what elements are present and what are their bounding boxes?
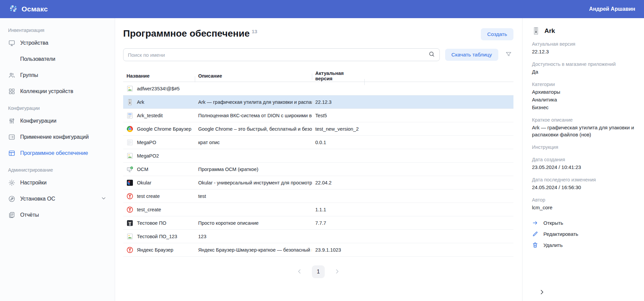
table-row[interactable]: Google Chrome Браузер Google Chrome – эт… (123, 122, 513, 136)
action-label: Удалить (543, 242, 563, 248)
sidebar-item-label: Конфигурации (20, 118, 57, 124)
table-row[interactable]: Ark Ark — графическая утилита для упаков… (123, 95, 513, 109)
details-header: Ark (532, 27, 635, 35)
collapse-panel-button[interactable] (537, 288, 546, 298)
sidebar-item-label: Применение конфигураций (20, 134, 89, 140)
apply-config-icon (8, 133, 15, 141)
sliders-icon (8, 117, 15, 125)
trash-icon (532, 242, 538, 248)
pagination: 1 (123, 265, 513, 278)
sidebar-item-label: Отчёты (20, 212, 39, 218)
software-description: 123 (195, 234, 312, 239)
field-value: lcm_core (532, 204, 635, 211)
table-row[interactable]: OCM Программа ОСМ (краткое) (123, 163, 513, 176)
table-row[interactable]: Okular Okular - универсальный инструмент… (123, 176, 513, 189)
details-field: Автор lcm_core (532, 197, 635, 211)
sidebar-item[interactable]: Группы (0, 67, 115, 83)
details-action[interactable]: Редактировать (532, 231, 635, 237)
page-number[interactable]: 1 (312, 265, 325, 278)
field-value: Аналитика (532, 96, 635, 103)
software-name: test create (137, 194, 160, 199)
field-value: Архиваторы (532, 88, 635, 95)
ark-zip-icon (532, 27, 540, 35)
field-value: Бизнес (532, 104, 635, 111)
arrow-right-icon (532, 220, 538, 226)
details-action[interactable]: Открыть (532, 220, 635, 226)
doc-lines-icon (127, 112, 133, 119)
user-menu[interactable]: Андрей Аршавин (579, 5, 635, 13)
user-name: Андрей Аршавин (589, 6, 635, 12)
sidebar-item[interactable]: Устройства (0, 35, 115, 51)
funnel-icon (505, 51, 512, 59)
search-input[interactable] (128, 52, 428, 58)
filter-button[interactable] (504, 49, 513, 60)
table-row[interactable]: MegaPO2 (123, 149, 513, 163)
action-label: Открыть (543, 220, 563, 226)
grid-icon (8, 88, 15, 95)
software-name: Ark (137, 99, 144, 105)
sidebar-item-label: Установка ОС (20, 196, 55, 202)
software-description: Google Chrome – это быстрый, бесплатный … (195, 126, 312, 132)
table-row[interactable]: test create test (123, 189, 513, 203)
sidebar-section-title: Администрирование (0, 161, 115, 175)
sidebar-item[interactable]: Установка ОС (0, 191, 115, 207)
file-image-icon (127, 85, 133, 92)
topbar: Осмакс Андрей Аршавин (0, 0, 644, 18)
software-description: крат опис (195, 140, 312, 145)
brand: Осмакс (9, 4, 48, 14)
table-row[interactable]: adfwer23534!@$#5 (123, 82, 513, 95)
next-page-button[interactable] (333, 267, 342, 277)
items-count-badge: 13 (252, 29, 257, 34)
download-table-button[interactable]: Скачать таблицу (445, 49, 499, 61)
details-actions: Открыть Редактировать Удалить (532, 220, 635, 248)
sidebar-item[interactable]: Пользователи (0, 51, 115, 67)
sidebar-item-label: Устройства (20, 40, 48, 46)
table-row[interactable]: MegaPO крат опис 0.0.1 (123, 136, 513, 149)
monitor-check-icon (127, 166, 133, 173)
software-description: test (195, 194, 312, 199)
page-title: Программное обеспечение13 (123, 28, 257, 39)
software-description: Полноценная ВКС-система от DION с широки… (195, 113, 312, 118)
ark-zip-icon (127, 99, 133, 105)
software-version: Test5 (312, 113, 364, 118)
chevron-down-icon (101, 195, 107, 203)
sidebar-item[interactable]: Отчёты (0, 207, 115, 223)
sidebar-item[interactable]: Настройки (0, 175, 115, 191)
details-action[interactable]: Удалить (532, 242, 635, 248)
software-description: Просто короткое описание (195, 220, 312, 226)
software-name: Google Chrome Браузер (137, 126, 191, 132)
create-button[interactable]: Создать (481, 28, 513, 40)
pencil-icon (532, 231, 538, 237)
table-row[interactable]: test_create 1.1.1 (123, 203, 513, 216)
software-name: Тестовое ПО (137, 220, 166, 226)
prev-page-button[interactable] (295, 267, 304, 277)
table-row[interactable]: Тестовой ПО_123 123 (123, 230, 513, 243)
software-name: Яндекс Браузер (137, 247, 173, 253)
software-description: Okular - универсальный инструмент для пр… (195, 180, 312, 185)
table-row[interactable]: Тестовое ПО Просто короткое описание 7.7… (123, 216, 513, 230)
table-row[interactable]: Яндекс Браузер Яндекс Браузер-Шмаузер-кр… (123, 243, 513, 257)
sidebar-item[interactable]: Коллекции устройств (0, 83, 115, 99)
yandex-icon (127, 247, 133, 253)
sidebar-item-label: Настройки (20, 180, 46, 186)
gear-icon (8, 179, 15, 186)
file-image-icon (127, 153, 133, 159)
software-name: MegaPO (137, 140, 156, 145)
user-icon (579, 5, 586, 13)
sidebar: Инвентаризация Устройства Пользователи Г… (0, 18, 115, 301)
sidebar-item[interactable]: Конфигурации (0, 113, 115, 129)
sidebar-item[interactable]: Программное обеспечение (0, 145, 115, 161)
search-box (123, 48, 440, 61)
software-name: test_create (137, 207, 161, 212)
software-version: 22.04.2 (312, 180, 364, 185)
field-value: 22.12.3 (532, 48, 635, 55)
field-label: Автор (532, 197, 635, 203)
software-version: test_new_version_2 (312, 126, 364, 132)
field-label: Дата создания (532, 156, 635, 163)
sidebar-section: Инвентаризация Устройства Пользователи Г… (0, 22, 115, 99)
software-description: Ark — графическая утилита для упаковки и… (195, 99, 312, 105)
field-label: Актуальная версия (532, 41, 635, 47)
sidebar-item[interactable]: Применение конфигураций (0, 129, 115, 145)
cat-icon (127, 220, 133, 226)
table-row[interactable]: Ark_testedit Полноценная ВКС-система от … (123, 109, 513, 122)
